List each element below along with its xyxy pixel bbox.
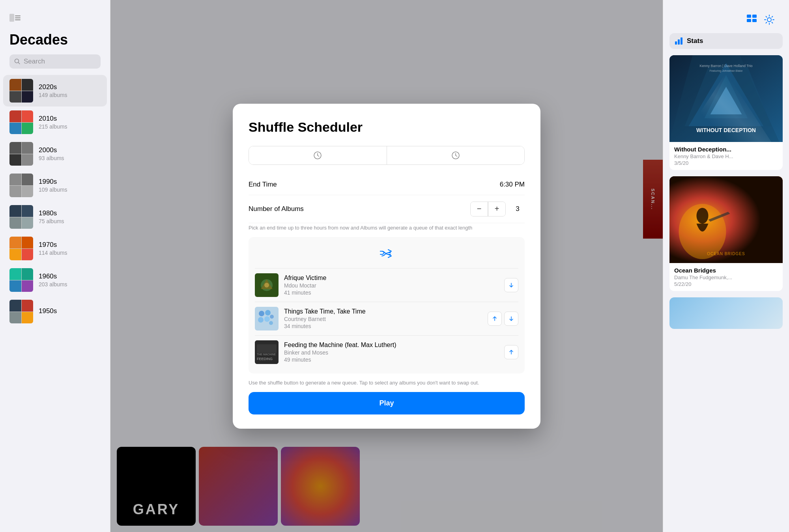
- sidebar-item-1950s[interactable]: 1950s: [0, 296, 110, 327]
- sidebar-item-2010s[interactable]: 2010s 215 albums: [0, 106, 110, 138]
- stepper-decrement-button[interactable]: −: [471, 202, 488, 216]
- queue-item-1[interactable]: Afrique Victime Mdou Moctar 41 minutes: [249, 269, 525, 302]
- sidebar-item-1980s[interactable]: 1980s 75 albums: [0, 201, 110, 233]
- queue-item-artist-2: Courtney Barnett: [284, 316, 482, 322]
- sidebar-item-1970s[interactable]: 1970s 114 albums: [0, 233, 110, 264]
- sidebar-item-1960s[interactable]: 1960s 203 albums: [0, 264, 110, 296]
- item-count-2010s: 215 albums: [39, 123, 101, 130]
- album-grid-cell: [9, 110, 21, 122]
- queue-down-button-1[interactable]: [504, 278, 518, 292]
- album-grid-cell: [22, 268, 34, 280]
- queue-item-info-3: Feeding the Machine (feat. Max Luthert) …: [284, 342, 499, 363]
- svg-rect-24: [257, 344, 277, 353]
- album-grid-2000s: [9, 142, 33, 166]
- ocean-bridges-svg: OCEAN BRIDGES: [669, 176, 783, 263]
- album-grid-cell: [22, 300, 34, 312]
- svg-point-20: [269, 321, 273, 325]
- end-time-value[interactable]: 6:30 PM: [500, 181, 525, 189]
- queue-item-title-3: Feeding the Machine (feat. Max Luthert): [284, 342, 499, 349]
- modal-title: Shuffle Scheduler: [249, 119, 525, 135]
- without-deception-svg: Kenny Barron | Dave Holland Trio Featuri…: [669, 55, 783, 142]
- play-button[interactable]: Play: [249, 392, 525, 414]
- album-info-ocean-bridges: Ocean Bridges Damu The Fudgemunk,... 5/2…: [669, 263, 783, 291]
- search-box[interactable]: Search: [9, 54, 101, 69]
- album-artist-without-deception: Kenny Barron & Dave H...: [674, 153, 778, 159]
- album-grid-cell: [22, 217, 34, 229]
- album-card-partial[interactable]: [669, 297, 783, 329]
- settings-hint: Pick an end time up to three hours from …: [249, 225, 525, 231]
- modal-tab-1[interactable]: [249, 146, 387, 164]
- item-count-1990s: 109 albums: [39, 187, 101, 193]
- without-deception-art: Kenny Barron | Dave Holland Trio Featuri…: [669, 55, 783, 142]
- album-grid-cell: [22, 186, 34, 198]
- album-grid-cell: [22, 237, 34, 248]
- album-card-ocean-bridges[interactable]: OCEAN BRIDGES Ocean Bridges Damu The Fud…: [669, 176, 783, 291]
- shuffle-button[interactable]: [380, 248, 394, 260]
- album-grid-cell: [22, 312, 34, 324]
- album-grid-cell: [22, 280, 34, 292]
- album-grid-cell: [9, 142, 21, 154]
- queue-up-button-3[interactable]: [504, 345, 518, 359]
- svg-point-19: [270, 315, 274, 319]
- item-count-2000s: 93 albums: [39, 155, 101, 161]
- afrique-art-decoration: [259, 277, 275, 293]
- stats-header[interactable]: Stats: [669, 33, 783, 49]
- album-grid-cell: [22, 249, 34, 261]
- arrow-up-icon-2: [492, 315, 498, 322]
- svg-rect-30: [675, 41, 677, 45]
- album-grid-cell: [22, 174, 34, 185]
- sidebar-item-2020s[interactable]: 2020s 149 albums: [3, 75, 107, 106]
- queue-item-artist-1: Mdou Moctar: [284, 282, 499, 289]
- svg-line-8: [318, 155, 319, 157]
- album-title-ocean-bridges: Ocean Bridges: [674, 267, 778, 274]
- num-albums-controls: − + 3: [470, 202, 525, 217]
- queue-item-title-2: Things Take Time, Take Time: [284, 308, 482, 315]
- queue-up-button-2[interactable]: [488, 312, 502, 326]
- item-name-1970s: 1970s: [39, 241, 101, 249]
- item-info-2010s: 2010s 215 albums: [39, 115, 101, 130]
- album-grid-cell: [9, 186, 21, 198]
- svg-point-17: [258, 317, 264, 323]
- album-grid-2020s: [9, 79, 33, 103]
- queue-item-3[interactable]: FEEDING THE MACHINE Feeding the Machine …: [249, 336, 525, 369]
- item-info-2000s: 2000s 93 albums: [39, 146, 101, 161]
- stepper-value: 3: [510, 205, 525, 213]
- queue-item-info-1: Afrique Victime Mdou Moctar 41 minutes: [284, 274, 499, 296]
- end-time-label: End Time: [249, 181, 277, 189]
- svg-rect-2: [15, 17, 21, 19]
- item-count-1970s: 114 albums: [39, 250, 101, 256]
- album-date-without-deception: 3/5/20: [674, 160, 778, 166]
- album-grid-1960s: [9, 268, 33, 292]
- sidebar-item-1990s[interactable]: 1990s 109 albums: [0, 170, 110, 201]
- svg-point-29: [767, 18, 771, 22]
- svg-rect-31: [678, 39, 680, 45]
- album-grid-2010s: [9, 110, 33, 134]
- album-title-without-deception: Without Deception...: [674, 146, 778, 153]
- album-artist-ocean-bridges: Damu The Fudgemunk,...: [674, 274, 778, 280]
- svg-line-11: [456, 155, 457, 157]
- item-info-1980s: 1980s 75 albums: [39, 209, 101, 224]
- queue-item-duration-2: 34 minutes: [284, 323, 482, 329]
- shuffle-center: [249, 245, 525, 268]
- albums-stepper: − +: [470, 202, 506, 217]
- queue-item-2[interactable]: Things Take Time, Take Time Courtney Bar…: [249, 302, 525, 335]
- ocean-bridges-art-bg: OCEAN BRIDGES: [669, 176, 783, 263]
- album-art-partial: [669, 297, 783, 329]
- svg-point-16: [265, 310, 271, 315]
- sidebar-toggle-button[interactable]: [9, 12, 25, 24]
- album-art-without-deception: Kenny Barron | Dave Holland Trio Featuri…: [669, 55, 783, 142]
- svg-rect-28: [752, 19, 757, 22]
- modal-tab-2[interactable]: [387, 146, 525, 164]
- settings-button[interactable]: [764, 14, 775, 27]
- queue-down-button-2[interactable]: [504, 312, 518, 326]
- queue-item-title-1: Afrique Victime: [284, 274, 499, 282]
- svg-text:THE MACHINE: THE MACHINE: [257, 353, 276, 356]
- album-card-without-deception[interactable]: Kenny Barron | Dave Holland Trio Featuri…: [669, 55, 783, 170]
- grid-icon: [746, 14, 757, 23]
- album-grid-cell: [9, 79, 21, 91]
- stepper-increment-button[interactable]: +: [488, 202, 505, 216]
- grid-view-button[interactable]: [746, 14, 757, 27]
- album-grid-1980s: [9, 205, 33, 229]
- sidebar-item-2000s[interactable]: 2000s 93 albums: [0, 138, 110, 170]
- svg-point-18: [264, 316, 270, 322]
